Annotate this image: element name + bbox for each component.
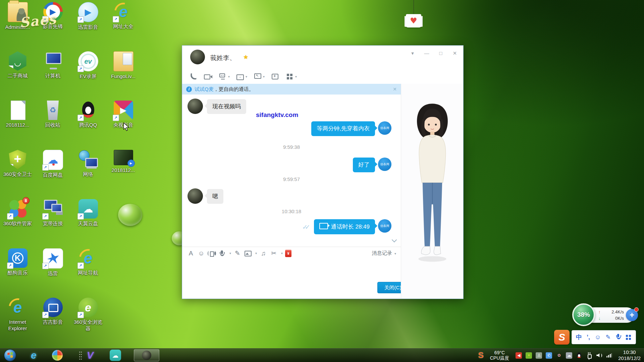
desktop-icon-tianyi-yunpan[interactable]: ☁↗天翼云盘 — [70, 197, 106, 246]
taskbar-ie-icon[interactable]: e — [31, 350, 37, 361]
window-shake-icon[interactable] — [208, 249, 216, 257]
video-call-icon[interactable] — [204, 72, 212, 81]
send-file-icon[interactable] — [236, 72, 245, 81]
360-float-ball[interactable]: ↑2.4K/s ↓0K/s + 38% — [572, 303, 639, 327]
sogou-logo-icon[interactable]: S — [554, 330, 570, 345]
tray-cloud-camera-icon[interactable]: ☁ — [566, 352, 572, 359]
taskbar-clock[interactable]: 10:30 2018/12/2 — [618, 349, 641, 361]
tray-user-icon[interactable]: ♙ — [536, 352, 542, 359]
peer-avatar[interactable] — [187, 188, 203, 204]
desktop-icon-ruanjian-guanjia-360[interactable]: ↗8360软件管家 — [0, 197, 35, 246]
chevron-down-icon[interactable]: ▾ — [263, 75, 265, 78]
font-icon[interactable]: A — [187, 249, 195, 257]
taskbar-cloud-app-icon[interactable]: ☁ — [110, 350, 121, 361]
tray-volume-icon[interactable] — [596, 352, 602, 359]
tray-bluetool-icon[interactable]: ✆ — [546, 352, 552, 359]
apps-grid-icon[interactable] — [285, 72, 294, 81]
create-group-icon[interactable] — [271, 72, 279, 81]
microphone-icon[interactable] — [218, 249, 226, 257]
screen-share-icon[interactable] — [218, 72, 227, 81]
tray-qq-penguin-icon[interactable] — [576, 352, 582, 359]
tray-network-signal-icon[interactable] — [606, 352, 612, 359]
voice-call-icon[interactable] — [189, 72, 198, 81]
emoji-icon[interactable]: ☺ — [197, 249, 205, 257]
window-titlebar[interactable]: 莪姓李、 ★ ▾ — □ ✕ — [182, 46, 463, 69]
active-chat-task-button[interactable] — [134, 349, 159, 361]
desktop-icon-anquan-weishi-360[interactable]: +↗360安全卫士 — [0, 148, 35, 197]
chevron-down-icon[interactable]: ▾ — [246, 75, 247, 78]
chevron-down-icon[interactable]: ▾ — [255, 251, 257, 255]
handwriting-icon[interactable]: ✎ — [233, 249, 241, 257]
upload-arrow-icon: ↑ — [598, 309, 601, 314]
maximize-icon[interactable]: □ — [438, 50, 444, 56]
close-icon[interactable]: ✕ — [452, 50, 458, 56]
gadget-string — [414, 0, 414, 14]
qmic-link[interactable]: 试试Q麦 — [195, 86, 214, 93]
desktop-icon-baidu-wangpan[interactable]: ☁↗百度网盘 — [35, 148, 70, 197]
red-packet-icon[interactable]: ¥ — [285, 250, 291, 257]
desktop-icon-tengxun-qq[interactable]: ↗腾讯QQ — [70, 99, 106, 148]
desktop-icon-xunlei[interactable]: ↗迅雷 — [35, 246, 70, 296]
tray-sogou-icon[interactable]: S — [478, 351, 484, 360]
taskbar-sogou-icon[interactable] — [52, 350, 63, 361]
start-button[interactable] — [4, 349, 16, 361]
message-history-button[interactable]: 消息记录 ▾ — [372, 250, 396, 256]
ime-punctuation[interactable]: ’, — [587, 334, 590, 341]
desktop-icon-liulanqi-360[interactable]: e↗360安全浏览器 — [70, 296, 106, 345]
self-avatar[interactable]: 借条网 — [378, 158, 391, 171]
image-icon[interactable] — [244, 249, 252, 257]
desktop-icon-huishouzhan[interactable]: ♻回收站 — [35, 99, 70, 148]
ime-pen-icon[interactable]: ✎ — [605, 334, 610, 341]
desktop-icon-wangluo[interactable]: 网络 — [70, 148, 106, 197]
desktop-icon-jisuanji[interactable]: 计算机 — [35, 49, 70, 99]
tray-shield-360-icon[interactable]: + — [526, 352, 532, 359]
peer-avatar[interactable] — [187, 99, 203, 114]
contact-avatar[interactable] — [190, 50, 205, 64]
message-history-area[interactable]: sifangktv.com 现在视频吗 等两分钟,先穿着内衣 借条网 9:59:… — [182, 95, 401, 247]
message-bubble: 嗯 — [207, 189, 223, 204]
icon-glyph: ☁ — [83, 203, 93, 215]
scroll-down-icon[interactable] — [392, 238, 396, 242]
desktop-icon-wangzhi-daquan[interactable]: e↗网址大全 — [106, 0, 141, 49]
desktop-icon-doc-2018112[interactable]: 2018112... — [0, 99, 35, 148]
desktop-icon-xunlei-yingyin[interactable]: ▶↗迅雷影音 — [70, 0, 106, 49]
desktop-icon-jiji-yingyin[interactable]: ↗吉吉影音 — [35, 296, 70, 345]
screenshot-scissors-icon[interactable]: ✂ — [270, 249, 278, 257]
notice-close-icon[interactable]: ✕ — [393, 86, 397, 92]
desktop-icon-kuandai-lianjie[interactable]: ↗宽带连接 — [35, 197, 70, 246]
taskbar-v-app-icon[interactable]: V — [87, 350, 94, 361]
ime-mic-icon[interactable] — [615, 334, 621, 341]
desktop-icon-internet-explorer[interactable]: eInternet Explorer — [0, 296, 35, 345]
chevron-down-icon[interactable]: ▾ — [295, 75, 297, 78]
ime-emoji-icon[interactable]: ☺ — [595, 334, 601, 341]
icon-glyph: e — [85, 301, 91, 314]
desktop-icon-ershou-shangcheng[interactable]: ◡↗二手商城 — [0, 49, 35, 99]
desktop-icon-kugou-yinyue[interactable]: K↗酷狗音乐 — [0, 246, 35, 296]
desktop-icon-fungoliv[interactable]: FungoLiv... — [106, 49, 141, 99]
tray-megaphone-icon[interactable]: ◀ — [516, 352, 522, 359]
music-icon[interactable]: ♫ — [259, 249, 267, 257]
chevron-down-icon[interactable]: ▾ — [228, 75, 230, 78]
tray-power-plug-icon[interactable] — [586, 352, 592, 359]
minimize-icon[interactable]: — — [424, 50, 430, 56]
message-bubble: 等两分钟,先穿着内衣 — [311, 121, 375, 136]
internet-explorer-icon: e — [8, 298, 28, 317]
self-avatar[interactable]: 借条网 — [378, 121, 391, 135]
tshirt-gadget[interactable]: ♥ — [401, 0, 431, 37]
remote-desktop-icon[interactable] — [253, 72, 262, 81]
timestamp: 9:59:38 — [182, 144, 401, 150]
cpu-temperature[interactable]: 69°C CPU温度 — [490, 350, 509, 361]
desktop-icon-wangzhi-daohang[interactable]: e↗网址导航 — [70, 246, 106, 296]
ime-chinese-mode[interactable]: 中 — [576, 333, 582, 341]
chevron-down-icon[interactable]: ▾ — [229, 251, 231, 255]
system-tray: S 69°C CPU温度 ◀+♙✆✿☁ 10:30 2018/12/2 — [478, 349, 644, 361]
ime-toolbox-icon[interactable] — [626, 334, 632, 340]
memory-percent-ball[interactable]: 38% — [572, 303, 595, 326]
window-menu-icon[interactable]: ▾ — [410, 50, 416, 56]
chevron-down-icon[interactable]: ▾ — [281, 251, 283, 255]
desktop-icon-label: Internet Explorer — [2, 319, 34, 331]
tray-flower-icon[interactable]: ✿ — [556, 352, 562, 359]
self-avatar[interactable]: 借条网 — [378, 219, 391, 233]
desktop-icon-video-2018112[interactable]: 2018112... — [106, 148, 141, 197]
desktop-icon-ev-luping[interactable]: ev↗EV录屏 — [70, 49, 106, 99]
